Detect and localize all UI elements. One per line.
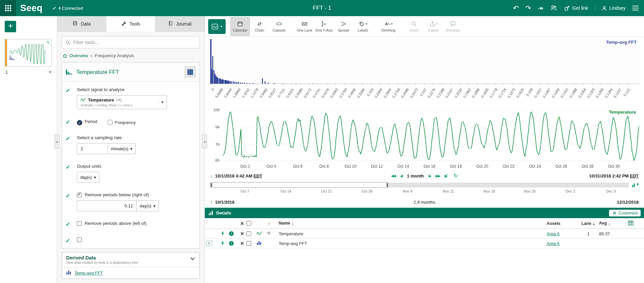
row-checkbox[interactable] [246,231,251,236]
toolbar-button-export: ▾Export [424,17,443,36]
fast-forward-icon[interactable]: ▶▶ [435,174,440,178]
toolbar-button-dimming[interactable]: A▾Dimming [379,17,398,36]
timeline-right-handle[interactable] [386,183,388,187]
users-icon[interactable] [550,4,557,12]
toolbar-button-calendar[interactable]: Calendar [230,17,250,36]
details-header: Details Customize [205,208,644,218]
asset-link[interactable]: Area A [547,231,560,236]
step-back-icon[interactable]: ◀ [400,174,402,178]
sampling-unit-dropdown[interactable]: minute(s)▾ [108,143,136,154]
info-icon[interactable]: i [229,241,234,246]
derived-data-item[interactable]: Temp-avg FFT [62,267,199,279]
signal-select[interactable]: Temperature (°F) Example » Cooling Tower… [77,95,167,109]
labels-icon: ▾ [359,21,367,27]
toolbar-button-labels[interactable]: ▾Labels [353,17,373,36]
info-icon[interactable]: i [229,231,234,236]
customize-button[interactable]: Customize [609,210,641,216]
remove-below-unit-dropdown[interactable]: day(s)▾ [137,200,159,211]
jump-up-icon[interactable]: ↑ [210,199,213,205]
output-unit-dropdown[interactable]: day(s)▾ [77,172,99,183]
sampling-rate-input[interactable] [77,143,108,154]
clipped-checkbox[interactable] [77,237,195,242]
frequency-radio[interactable]: Frequency [107,120,136,125]
table-row-temperature[interactable]: i✕°FTemperatureArea A185.37 [205,229,644,239]
collapse-worksheets-handle[interactable]: « [54,134,59,149]
toolbar-button-capsule[interactable]: Capsule [269,17,289,36]
toolbar-button-one-y-axis[interactable]: One Y-Axis [314,17,334,36]
derived-data-header[interactable]: Derived Data [62,252,199,261]
user-menu[interactable]: Lindsey [595,5,626,11]
refresh-icon[interactable]: ↻ [454,173,458,179]
remove-all-column[interactable]: ✕ [238,221,246,226]
tab-tools[interactable]: Tools [106,16,155,32]
toolbar-button-chain[interactable]: Chain [250,17,269,36]
row-checkbox[interactable] [246,241,251,246]
get-link-button[interactable]: Get link [564,5,588,11]
worksheet-thumbnail[interactable]: ✎ [5,39,52,67]
add-column-icon[interactable] [628,220,644,227]
remove-above-checkbox[interactable]: Remove periods above (left of) [77,221,195,226]
name-column-header[interactable]: Name▲▼ [279,221,547,226]
navigate-icon[interactable] [220,231,229,237]
table-row-temp-avg-fft[interactable]: ✎i✕Temp-avg FFTArea A [205,239,644,248]
remove-below-input[interactable] [77,200,137,211]
worksheet-collapse-caret-icon[interactable]: ▾ [49,69,51,75]
filter-tools-input[interactable] [73,40,196,45]
connection-status[interactable]: ✔ 4 Connected [53,6,83,11]
remove-icon[interactable]: ✕ [238,241,246,246]
avg-column-header[interactable]: Avg▲▼ [599,221,628,226]
add-worksheet-button[interactable]: + [5,21,16,32]
derived-item-link[interactable]: Temp-avg FFT [75,271,103,276]
assets-column-header[interactable]: Assets [547,221,578,226]
tab-journal[interactable]: Journal [155,16,204,31]
step-period-frequency: ✓ ✓Period Frequency [65,119,195,126]
timeline-left-handle[interactable] [211,183,212,187]
tab-data[interactable]: Data [57,16,106,31]
navigate-icon[interactable] [220,240,229,247]
step-back-double-icon[interactable]: ◀◀ [391,174,396,178]
timeline-selected-range[interactable] [211,182,388,188]
collapse-tools-handle[interactable]: « [202,134,207,149]
lane-column-header[interactable]: Lane ▲ [578,221,599,226]
investigate-end[interactable]: 12/12/2018 [617,200,639,205]
edit-item-icon[interactable]: ✎ [206,241,212,246]
toolbar-button-one-lane[interactable]: One Lane [295,17,314,36]
toolbar-button-spread[interactable]: Spread [334,17,353,36]
select-all-checkbox[interactable] [246,221,251,226]
breadcrumb-home-link[interactable]: Overview [62,53,88,58]
skip-to-end-icon[interactable]: ▶▏ [445,174,449,178]
auto-update-icon[interactable] [632,181,639,189]
lane-cell: 1 [578,231,599,236]
sort-icon[interactable]: ▲▼ [268,222,279,225]
timeline-track[interactable] [210,183,629,187]
app-launcher-button[interactable] [0,0,16,16]
user-name: Lindsey [609,5,626,11]
trend-x-tick: Oct 12 [371,164,382,169]
export-icon: ▾ [429,21,438,27]
timeline-tick-label: Nov 11 [443,189,454,193]
worksheet-title: FFT - 1 [313,5,331,11]
remove-below-checkbox[interactable]: Remove periods below (right of) [77,192,195,197]
undo-icon[interactable]: ↶ [513,5,519,11]
trend-chart[interactable]: 109947965 Temperature [210,109,639,163]
edit-worksheet-icon[interactable]: ✎ [46,40,50,45]
duration-label[interactable]: 1 month [407,173,424,178]
asset-link[interactable]: Area A [547,241,560,246]
step-forward-icon[interactable]: ▶ [429,174,431,178]
annotate-icon [450,21,456,27]
investigate-start[interactable]: 10/1/2018 [215,200,235,205]
filter-tools-search[interactable] [62,36,200,48]
color-picker-button[interactable] [184,66,196,78]
remove-icon[interactable]: ✕ [238,231,246,236]
view-mode-button[interactable]: ▾ [208,19,226,34]
period-radio[interactable]: ✓Period [77,119,97,125]
forward-icon[interactable]: ↠ [538,5,544,11]
redo-icon[interactable]: ↷ [525,5,531,11]
chain-icon [257,21,263,27]
hamburger-menu-icon[interactable] [632,6,639,11]
range-end-datetime[interactable]: 10/31/2018 2:42 PM EDT [589,173,639,178]
jump-to-start-icon[interactable]: ↓ [210,173,213,179]
range-start-datetime[interactable]: 10/1/2018 4:42 AM EDT [215,173,262,178]
seeq-logo[interactable]: Seeq [20,3,43,13]
fft-chart[interactable]: Temp-avg FFT 05.68892.84441.89631.42221.… [210,39,639,106]
